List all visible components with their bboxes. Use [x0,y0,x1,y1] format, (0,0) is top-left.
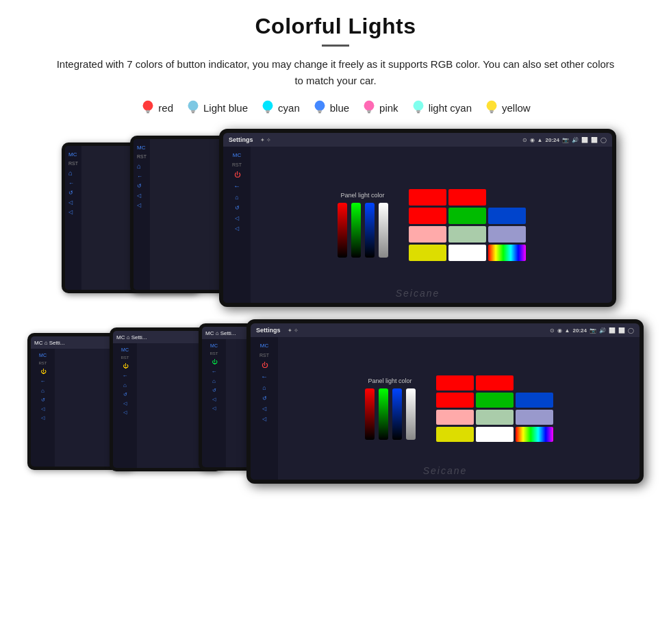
topbar-title: Settings [229,136,253,143]
grid-cell-rainbow [488,245,526,261]
topbar-time: 20:24 [546,137,559,143]
grid-cell-3 [488,208,526,224]
svg-rect-8 [266,112,269,114]
bottom-device-main: Settings ✦ ✧ ⊙◉▲ 20:24 📷🔊⬜⬜◯ MC RST ⏻ ← … [246,319,644,484]
title-divider [322,45,349,47]
slider-blue [365,203,375,258]
color-indicators-row: red Light blue cyan [140,99,530,116]
slider-green [351,203,361,258]
bulb-icon-lightblue [186,99,201,116]
svg-rect-5 [192,112,194,114]
color-item-red: red [140,99,173,116]
bulb-icon-yellow [484,99,499,116]
svg-rect-10 [318,110,322,112]
svg-rect-13 [367,110,371,112]
bottom-device-group: MC ⌂ Setti... MC RST ⏻ ← ⌂ ↺ ◁ ◁ MC ⌂ Se… [27,319,644,484]
svg-rect-14 [368,112,370,114]
svg-point-3 [188,101,199,111]
color-item-lightblue: Light blue [186,99,248,116]
svg-rect-1 [147,110,151,112]
grid-cell-7 [409,245,446,261]
bulb-icon-pink [362,99,377,116]
svg-rect-4 [191,110,195,112]
svg-point-9 [314,101,325,111]
grid-cell-2 [448,208,486,224]
bulb-icon-lightcyan [411,99,426,116]
color-label-cyan: cyan [278,102,300,114]
svg-rect-19 [490,110,494,112]
svg-point-12 [364,101,375,111]
color-label-lightblue: Light blue [203,102,248,114]
svg-point-15 [413,101,423,111]
svg-rect-20 [490,112,493,114]
color-item-blue: blue [312,99,349,116]
page-description: Integrated with 7 colors of button indic… [55,56,616,89]
color-item-pink: pink [362,99,398,116]
svg-rect-2 [147,112,149,114]
panel-label: Panel light color [340,192,384,199]
grid-cell-1 [409,208,446,224]
grid-cell-4 [409,226,446,243]
svg-point-18 [487,101,497,111]
slider-white [379,203,388,258]
grid-cell-0 [409,189,446,206]
color-item-yellow: yellow [484,99,531,116]
page-container: Colorful Lights Integrated with 7 colors… [0,0,671,644]
color-label-yellow: yellow [502,102,531,114]
color-label-red: red [158,102,173,114]
color-item-cyan: cyan [260,99,300,116]
bulb-icon-red [140,99,155,116]
color-label-pink: pink [379,102,398,114]
bulb-icon-cyan [260,99,275,116]
svg-rect-16 [416,110,420,112]
color-item-lightcyan: light cyan [411,99,472,116]
grid-cell-6 [488,226,526,243]
grid-cell-5 [448,226,486,243]
top-device-group: MC RST ⌂ ← ↺ ◁ ◁ MC RST ⌂ ← ↺ [55,129,616,314]
grid-cell-8 [448,245,486,261]
color-grid [409,189,526,261]
color-label-lightcyan: light cyan [429,102,472,114]
slider-red [338,203,347,258]
svg-point-6 [263,101,273,111]
svg-rect-11 [318,112,321,114]
page-title: Colorful Lights [255,14,416,39]
color-label-blue: blue [330,102,349,114]
svg-point-0 [143,101,153,111]
svg-rect-17 [417,112,420,114]
bulb-icon-blue [312,99,327,116]
grid-cell-fullred [448,189,486,206]
svg-rect-7 [266,110,270,112]
main-device-top: Settings ✦ ✧ ⊙◉▲ 20:24 📷🔊⬜⬜◯ MC RST ⏻ ← … [219,129,616,307]
